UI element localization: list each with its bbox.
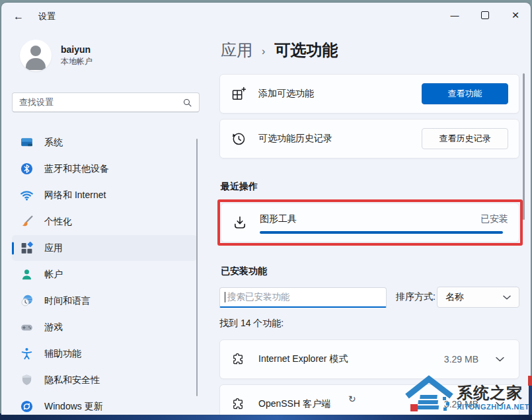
sort-dropdown[interactable]: 名称 [437,287,519,308]
installed-controls-row: 排序方式: 名称 [219,287,519,308]
sidebar-item-time-language[interactable]: 时间和语言 [12,288,197,314]
watermark: 系统之家 XITONGZHIJIA.NET [405,375,529,415]
download-icon [232,215,248,230]
sidebar-item-label: 应用 [44,242,63,254]
sidebar-item-label: 游戏 [44,322,63,333]
feature-name: OpenSSH 客户端 [258,398,330,410]
history-icon [231,131,247,147]
sidebar-item-accounts[interactable]: 帐户 [12,262,197,287]
apps-icon [20,241,34,255]
add-optional-feature-card: 添加可选功能 查看功能 [219,74,519,114]
feature-name: Internet Explorer 模式 [258,353,348,365]
view-history-button[interactable]: 查看历史记录 [422,128,508,149]
sidebar-item-network[interactable]: 网络和 Internet [12,182,197,208]
watermark-title: 系统之家 [457,385,523,401]
watermark-subtitle: XITONGZHIJIA.NET [457,403,529,411]
accessibility-icon [20,347,34,361]
sidebar-item-label: 时间和语言 [44,295,91,307]
sidebar-item-personalization[interactable]: 个性化 [12,209,197,234]
text-caret [225,292,225,302]
sidebar-item-apps[interactable]: 应用 [12,235,197,261]
sidebar-item-bluetooth[interactable]: 蓝牙和其他设备 [12,156,197,182]
sidebar-item-gaming[interactable]: 游戏 [12,314,197,340]
maximize-button[interactable] [470,3,500,28]
install-progress-bar [260,231,503,234]
sidebar-item-windows-update[interactable]: Windows 更新 [12,394,197,415]
feature-row-ie-mode[interactable]: Internet Explorer 模式 3.29 MB [219,339,519,379]
paintbrush-icon [20,215,34,228]
maximize-icon [481,11,489,19]
sidebar-item-privacy[interactable]: 隐私和安全性 [12,367,197,393]
view-features-button[interactable]: 查看功能 [422,83,508,104]
sidebar-item-label: 系统 [44,137,63,149]
desktop-edge-red-fragment [528,376,532,386]
person-icon [20,267,34,281]
sidebar-item-label: 隐私和安全性 [44,374,100,386]
recent-actions-heading: 最近操作 [221,181,519,193]
window-title: 设置 [38,11,56,22]
sidebar-item-label: 个性化 [44,216,72,228]
feature-size: 3.29 MB [444,354,478,365]
chevron-down-icon[interactable] [496,357,504,362]
breadcrumb: 应用 › 可选功能 [221,40,519,61]
recent-item-status: 已安装 [480,213,508,225]
wifi-icon [20,188,34,202]
add-feature-label: 添加可选功能 [258,88,314,100]
titlebar: ← 设置 — × [1,3,531,30]
close-icon: × [512,8,519,22]
minimize-icon: — [451,11,459,20]
chevron-down-icon [503,295,511,300]
back-button[interactable]: ← [8,7,29,26]
feature-history-label: 可选功能历史记录 [258,133,332,145]
feature-history-card: 可选功能历史记录 查看历史记录 [219,119,519,158]
page-title: 可选功能 [274,40,338,61]
window-controls: — × [439,3,531,28]
shield-icon [20,373,34,387]
sidebar-item-label: 辅助功能 [44,348,81,360]
recent-item-name: 图形工具 [260,213,297,225]
sidebar-item-label: 蓝牙和其他设备 [44,163,109,175]
user-card[interactable]: baiyun 本地帐户 [20,40,210,71]
user-account-type: 本地帐户 [61,56,93,67]
search-icon [182,98,192,108]
sort-dropdown-value: 名称 [445,291,464,303]
back-arrow-icon: ← [13,11,24,22]
sync-icon [20,400,34,413]
main-scrollbar[interactable] [523,73,525,220]
puzzle-icon [231,352,245,367]
recent-item-card[interactable]: 图形工具 已安装 [221,203,519,242]
clock-globe-icon [20,294,34,308]
settings-window: ← 设置 — × baiyun 本地帐户 [1,3,531,415]
xitongzhijia-logo-icon [405,375,455,415]
desktop-edge-navy-fragment [529,386,532,415]
minimize-button[interactable]: — [439,3,470,28]
busy-cursor-icon: ↻ [348,394,356,404]
user-name: baiyun [61,44,93,56]
recent-item-highlight-box: 图形工具 已安装 [217,199,523,246]
gamepad-icon [20,320,34,334]
sidebar-item-accessibility[interactable]: 辅助功能 [12,341,197,367]
main-content: 应用 › 可选功能 添加可选功能 查看功能 [210,30,531,415]
feature-count-text: 找到 14 个功能: [219,318,519,330]
sidebar-item-label: 网络和 Internet [44,190,106,201]
installed-features-heading: 已安装功能 [221,265,519,277]
close-button[interactable]: × [500,3,531,28]
sidebar-nav: 系统 蓝牙和其他设备 网络和 Inter [1,129,210,415]
add-feature-icon [231,86,247,102]
display-icon [20,135,34,149]
puzzle-icon [231,397,245,411]
breadcrumb-separator-icon: › [262,44,265,57]
sidebar-item-system[interactable]: 系统 [12,129,197,155]
breadcrumb-parent[interactable]: 应用 [221,40,252,61]
settings-search-input[interactable]: 查找设置 [12,92,200,112]
settings-search-placeholder: 查找设置 [19,96,54,108]
sidebar-item-label: Windows 更新 [44,401,103,413]
bluetooth-icon [20,162,34,176]
sort-by-label: 排序方式: [396,291,436,303]
sidebar-scrollbar[interactable] [196,139,198,396]
sidebar: baiyun 本地帐户 查找设置 系统 [1,30,210,415]
sidebar-item-label: 帐户 [44,269,63,281]
installed-search-box [219,287,387,308]
installed-search-input[interactable] [220,288,386,306]
avatar [20,40,52,71]
